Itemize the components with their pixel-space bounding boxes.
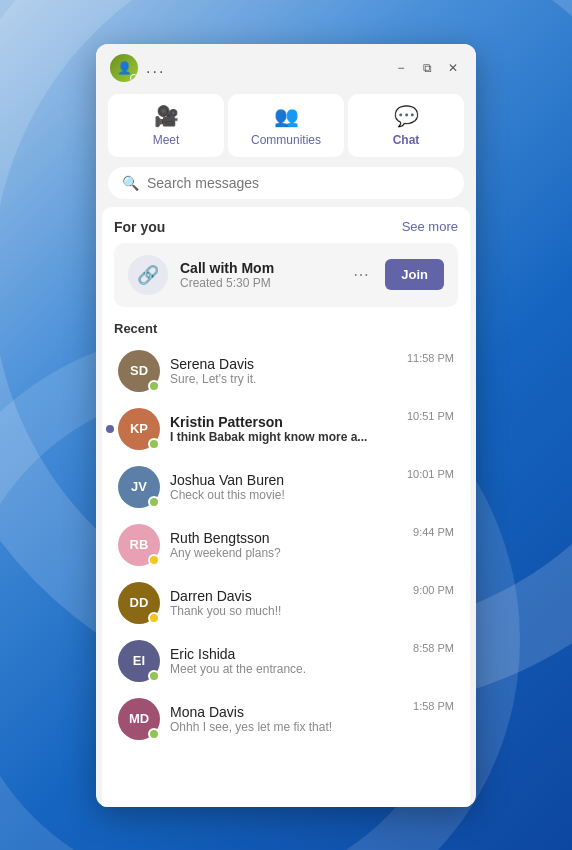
call-card: 🔗 Call with Mom Created 5:30 PM ⋯ Join <box>114 243 458 307</box>
app-window: 👤 ... − ⧉ ✕ 🎥 Meet 👥 Communities 💬 Chat … <box>96 44 476 807</box>
chat-body: Kristin Patterson I think Babak might kn… <box>170 414 397 444</box>
avatar-status <box>148 496 160 508</box>
chat-body: Darren Davis Thank you so much!! <box>170 588 403 618</box>
content-area: For you See more 🔗 Call with Mom Created… <box>102 207 470 807</box>
avatar-initials: KP <box>130 421 148 436</box>
chat-item[interactable]: RB Ruth Bengtsson Any weekend plans? 9:4… <box>114 516 458 574</box>
chat-time: 11:58 PM <box>407 350 454 364</box>
chat-name: Kristin Patterson <box>170 414 397 430</box>
meet-label: Meet <box>153 133 180 147</box>
call-time: Created 5:30 PM <box>180 276 341 290</box>
for-you-section-header: For you See more <box>114 219 458 235</box>
search-icon: 🔍 <box>122 175 139 191</box>
avatar-wrap: JV <box>118 466 160 508</box>
communities-label: Communities <box>251 133 321 147</box>
chat-list: SD Serena Davis Sure, Let's try it. 11:5… <box>114 342 458 748</box>
avatar-initials: JV <box>131 479 147 494</box>
maximize-button[interactable]: ⧉ <box>418 59 436 77</box>
chat-body: Eric Ishida Meet you at the entrance. <box>170 646 403 676</box>
avatar-status <box>148 612 160 624</box>
chat-item[interactable]: KP Kristin Patterson I think Babak might… <box>114 400 458 458</box>
chat-preview: Any weekend plans? <box>170 546 403 560</box>
meet-icon: 🎥 <box>154 104 179 128</box>
recent-header: Recent <box>114 321 458 336</box>
chat-preview: Check out this movie! <box>170 488 397 502</box>
see-more-button[interactable]: See more <box>402 219 458 234</box>
chat-name: Mona Davis <box>170 704 403 720</box>
chat-time: 9:44 PM <box>413 524 454 538</box>
join-button[interactable]: Join <box>385 259 444 290</box>
search-bar: 🔍 <box>108 167 464 199</box>
avatar-status <box>148 554 160 566</box>
user-avatar[interactable]: 👤 <box>110 54 138 82</box>
avatar-wrap: KP <box>118 408 160 450</box>
title-bar-left: 👤 ... <box>110 54 165 82</box>
avatar-wrap: SD <box>118 350 160 392</box>
tab-meet[interactable]: 🎥 Meet <box>108 94 224 157</box>
avatar-initials: SD <box>130 363 148 378</box>
nav-tabs: 🎥 Meet 👥 Communities 💬 Chat <box>96 88 476 167</box>
chat-preview: I think Babak might know more a... <box>170 430 397 444</box>
chat-name: Eric Ishida <box>170 646 403 662</box>
chat-time: 8:58 PM <box>413 640 454 654</box>
chat-item[interactable]: MD Mona Davis Ohhh I see, yes let me fix… <box>114 690 458 748</box>
for-you-title: For you <box>114 219 165 235</box>
chat-name: Darren Davis <box>170 588 403 604</box>
chat-preview: Sure, Let's try it. <box>170 372 397 386</box>
chat-time: 10:51 PM <box>407 408 454 422</box>
title-bar: 👤 ... − ⧉ ✕ <box>96 44 476 88</box>
tab-communities[interactable]: 👥 Communities <box>228 94 344 157</box>
chat-name: Serena Davis <box>170 356 397 372</box>
avatar-status <box>148 670 160 682</box>
chat-icon: 💬 <box>394 104 419 128</box>
chat-item[interactable]: EI Eric Ishida Meet you at the entrance.… <box>114 632 458 690</box>
close-button[interactable]: ✕ <box>444 59 462 77</box>
chat-name: Joshua Van Buren <box>170 472 397 488</box>
chat-body: Mona Davis Ohhh I see, yes let me fix th… <box>170 704 403 734</box>
avatar-wrap: RB <box>118 524 160 566</box>
chat-body: Ruth Bengtsson Any weekend plans? <box>170 530 403 560</box>
avatar-status <box>148 380 160 392</box>
minimize-button[interactable]: − <box>392 59 410 77</box>
avatar-initials: MD <box>129 711 149 726</box>
call-name: Call with Mom <box>180 260 341 276</box>
avatar-initials: RB <box>130 537 149 552</box>
window-controls: − ⧉ ✕ <box>392 59 462 77</box>
search-input[interactable] <box>147 175 450 191</box>
user-status-indicator <box>130 74 138 82</box>
chat-preview: Thank you so much!! <box>170 604 403 618</box>
avatar-wrap: MD <box>118 698 160 740</box>
chat-item[interactable]: DD Darren Davis Thank you so much!! 9:00… <box>114 574 458 632</box>
call-info: Call with Mom Created 5:30 PM <box>180 260 341 290</box>
chat-body: Joshua Van Buren Check out this movie! <box>170 472 397 502</box>
more-options-button[interactable]: ... <box>146 59 165 77</box>
avatar-initials: DD <box>130 595 149 610</box>
communities-icon: 👥 <box>274 104 299 128</box>
chat-item[interactable]: SD Serena Davis Sure, Let's try it. 11:5… <box>114 342 458 400</box>
avatar-wrap: DD <box>118 582 160 624</box>
call-more-button[interactable]: ⋯ <box>353 265 369 284</box>
chat-preview: Ohhh I see, yes let me fix that! <box>170 720 403 734</box>
chat-body: Serena Davis Sure, Let's try it. <box>170 356 397 386</box>
unread-dot <box>106 425 114 433</box>
avatar-status <box>148 438 160 450</box>
chat-time: 10:01 PM <box>407 466 454 480</box>
chat-time: 1:58 PM <box>413 698 454 712</box>
chat-item[interactable]: JV Joshua Van Buren Check out this movie… <box>114 458 458 516</box>
avatar-wrap: EI <box>118 640 160 682</box>
tab-chat[interactable]: 💬 Chat <box>348 94 464 157</box>
call-icon-wrap: 🔗 <box>128 255 168 295</box>
avatar-status <box>148 728 160 740</box>
avatar-initials: EI <box>133 653 145 668</box>
chat-label: Chat <box>393 133 420 147</box>
chat-preview: Meet you at the entrance. <box>170 662 403 676</box>
call-link-icon: 🔗 <box>137 264 159 286</box>
chat-name: Ruth Bengtsson <box>170 530 403 546</box>
chat-time: 9:00 PM <box>413 582 454 596</box>
